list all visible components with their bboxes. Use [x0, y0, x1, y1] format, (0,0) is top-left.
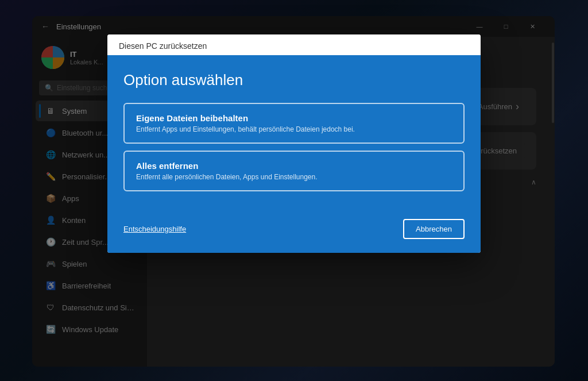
option2-desc: Entfernt alle persönlichen Dateien, Apps…	[136, 173, 452, 181]
option1-desc: Entfernt Apps und Einstellungen, behält …	[136, 125, 452, 133]
reset-modal: Diesen PC zurücksetzen Option auswählen …	[107, 34, 481, 253]
modal-heading: Option auswählen	[123, 71, 465, 89]
modal-footer: Entscheidungshilfe Abbrechen	[107, 212, 481, 253]
option2-title: Alles entfernen	[136, 161, 452, 171]
option-remove-all-button[interactable]: Alles entfernen Entfernt alle persönlich…	[123, 151, 465, 191]
option-keep-files-button[interactable]: Eigene Dateien beibehalten Entfernt Apps…	[123, 103, 465, 144]
modal-titlebar: Diesen PC zurücksetzen	[107, 34, 481, 55]
modal-overlay: Diesen PC zurücksetzen Option auswählen …	[0, 0, 588, 381]
option1-title: Eigene Dateien beibehalten	[136, 113, 452, 123]
entscheidungshilfe-link[interactable]: Entscheidungshilfe	[123, 225, 186, 233]
abbrechen-button[interactable]: Abbrechen	[403, 219, 465, 239]
modal-title: Diesen PC zurücksetzen	[119, 41, 469, 51]
modal-body: Option auswählen Eigene Dateien beibehal…	[107, 55, 481, 212]
